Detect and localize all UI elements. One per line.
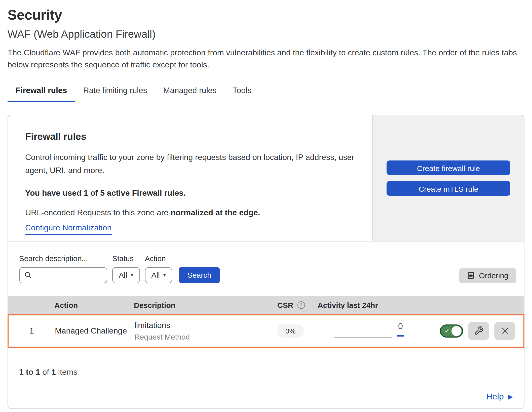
status-select[interactable]: All ▾ — [112, 267, 140, 283]
wrench-icon — [474, 326, 483, 336]
row-action: Managed Challenge — [55, 326, 134, 336]
row-description-sub: Request Method — [134, 333, 277, 341]
tab-tools[interactable]: Tools — [225, 81, 260, 102]
search-icon — [24, 271, 32, 279]
filter-bar: Search description... Status All ▾ — [8, 241, 524, 296]
configure-normalization-link[interactable]: Configure Normalization — [25, 223, 111, 235]
create-firewall-rule-button[interactable]: Create firewall rule — [387, 160, 510, 175]
firewall-rules-card: Firewall rules Control incoming traffic … — [8, 115, 524, 409]
arrow-right-icon: ▶ — [508, 394, 513, 400]
help-link[interactable]: Help ▶ — [486, 392, 513, 402]
row-activity-cell: 0 — [317, 315, 438, 347]
activity-count-link[interactable]: 0 — [397, 321, 404, 337]
ordering-button-label: Ordering — [479, 271, 508, 280]
action-select[interactable]: All ▾ — [145, 267, 172, 283]
toggle-knob — [451, 326, 462, 336]
normalization-note: URL-encoded Requests to this zone are no… — [25, 208, 357, 217]
security-waf-page: Security WAF (Web Application Firewall) … — [0, 0, 532, 412]
items-range: 1 to 1 — [19, 368, 40, 376]
header-description: Description — [134, 301, 277, 309]
header-csr-label: CSR — [277, 301, 293, 309]
ordering-list-icon — [467, 272, 474, 279]
normalization-note-text: URL-encoded Requests to this zone are — [25, 208, 171, 217]
status-label: Status — [112, 254, 140, 263]
close-icon — [501, 327, 509, 335]
tab-managed-rules[interactable]: Managed rules — [155, 81, 225, 102]
row-priority: 1 — [9, 326, 55, 336]
usage-summary: You have used 1 of 5 active Firewall rul… — [25, 189, 357, 198]
row-description-cell: limitations Request Method — [134, 321, 277, 341]
action-filter-group: Action All ▾ — [145, 254, 172, 283]
help-row: Help ▶ — [8, 386, 524, 408]
rule-enabled-toggle[interactable]: ✓ — [440, 324, 463, 338]
csr-badge: 0% — [277, 324, 304, 338]
info-icon[interactable]: i — [297, 301, 305, 309]
search-box — [19, 267, 107, 283]
row-csr-cell: 0% — [277, 324, 317, 338]
status-selected-value: All — [119, 271, 127, 279]
header-csr: CSR i — [277, 301, 318, 309]
help-link-label: Help — [486, 392, 504, 402]
of-word: of — [40, 368, 51, 376]
page-description: The Cloudflare WAF provides both automat… — [8, 47, 521, 71]
action-label: Action — [145, 254, 172, 263]
activity-sparkline — [334, 337, 392, 338]
card-intro-section: Firewall rules Control incoming traffic … — [8, 115, 524, 241]
delete-rule-button[interactable] — [494, 322, 515, 340]
card-actions-panel: Create firewall rule Create mTLS rule — [372, 115, 524, 241]
card-heading: Firewall rules — [25, 131, 357, 142]
waf-tabs: Firewall rules Rate limiting rules Manag… — [8, 81, 524, 102]
items-word: items — [56, 368, 77, 376]
create-mtls-rule-button[interactable]: Create mTLS rule — [387, 181, 510, 196]
card-description: Control incoming traffic to your zone by… — [25, 151, 357, 177]
page-subtitle: WAF (Web Application Firewall) — [8, 28, 524, 40]
check-icon: ✓ — [444, 327, 450, 335]
tab-firewall-rules[interactable]: Firewall rules — [8, 81, 75, 102]
row-description: limitations — [134, 321, 277, 330]
header-activity: Activity last 24hr — [318, 301, 438, 309]
status-filter-group: Status All ▾ — [112, 254, 140, 283]
card-intro-text: Firewall rules Control incoming traffic … — [8, 115, 372, 241]
action-selected-value: All — [151, 271, 160, 279]
search-label: Search description... — [19, 254, 107, 263]
tab-rate-limiting-rules[interactable]: Rate limiting rules — [75, 81, 155, 102]
pagination-summary: 1 to 1 of 1 items — [8, 348, 524, 377]
table-row: 1 Managed Challenge limitations Request … — [8, 314, 524, 348]
table-header: Action Description CSR i Activity last 2… — [8, 296, 524, 314]
row-controls: ✓ — [438, 322, 523, 340]
edit-rule-button[interactable] — [468, 322, 489, 340]
search-input[interactable] — [35, 270, 102, 280]
page-title: Security — [8, 7, 524, 23]
search-filter-group: Search description... — [19, 254, 107, 283]
chevron-down-icon: ▾ — [163, 272, 166, 278]
ordering-button[interactable]: Ordering — [459, 268, 516, 283]
items-total: 1 — [51, 368, 56, 376]
search-button[interactable]: Search — [179, 267, 220, 283]
normalization-note-bold: normalized at the edge. — [171, 208, 260, 217]
header-action: Action — [54, 301, 134, 309]
chevron-down-icon: ▾ — [131, 272, 133, 278]
